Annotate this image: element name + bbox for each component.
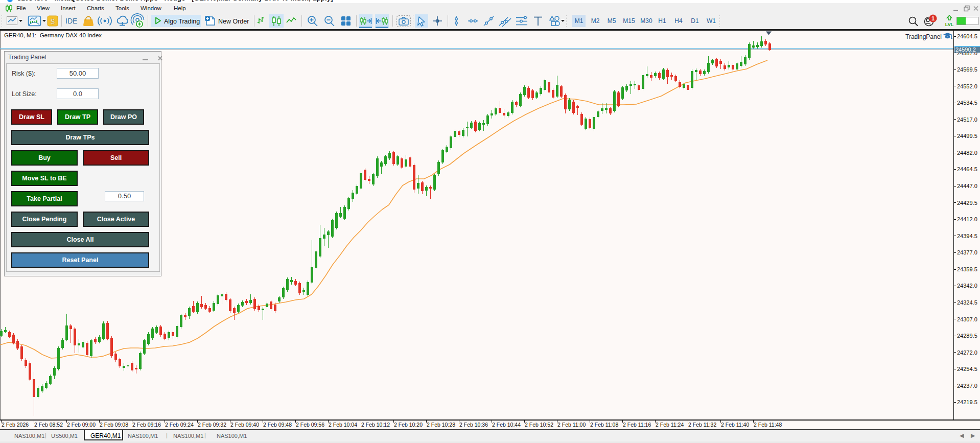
- svg-text:2 Feb 09:16: 2 Feb 09:16: [132, 422, 161, 428]
- svg-text:24377.0: 24377.0: [957, 249, 977, 255]
- svg-text:24464.5: 24464.5: [957, 166, 977, 172]
- svg-text:Algo Trading: Algo Trading: [164, 18, 200, 25]
- svg-text:2 Feb 2026: 2 Feb 2026: [2, 422, 29, 428]
- svg-text:2 Feb 09:00: 2 Feb 09:00: [67, 422, 96, 428]
- svg-text:2 Feb 11:40: 2 Feb 11:40: [721, 422, 749, 428]
- svg-text:2 Feb 11:48: 2 Feb 11:48: [754, 422, 782, 428]
- svg-text:24590.2: 24590.2: [955, 46, 976, 53]
- svg-text:24307.0: 24307.0: [957, 316, 977, 322]
- svg-text:24289.5: 24289.5: [957, 333, 977, 339]
- svg-text:24604.5: 24604.5: [957, 33, 977, 39]
- svg-text:24342.0: 24342.0: [957, 283, 977, 289]
- svg-text:2 Feb 09:48: 2 Feb 09:48: [263, 422, 292, 428]
- svg-text:2 Feb 10:52: 2 Feb 10:52: [525, 422, 553, 428]
- svg-text:24272.0: 24272.0: [957, 349, 977, 356]
- svg-text:2 Feb 10:36: 2 Feb 10:36: [459, 422, 488, 428]
- svg-text:1: 1: [931, 15, 935, 21]
- svg-text:2 Feb 11:16: 2 Feb 11:16: [623, 422, 651, 428]
- svg-text:24499.5: 24499.5: [957, 133, 977, 139]
- svg-text:24534.5: 24534.5: [957, 100, 977, 106]
- svg-text:2 Feb 08:52: 2 Feb 08:52: [34, 422, 63, 428]
- svg-text:24412.0: 24412.0: [957, 216, 977, 222]
- svg-text:TradingPanel: TradingPanel: [905, 33, 942, 40]
- svg-text:2 Feb 10:04: 2 Feb 10:04: [329, 422, 357, 428]
- svg-text:24219.5: 24219.5: [957, 399, 977, 405]
- svg-text:24254.5: 24254.5: [957, 366, 977, 372]
- svg-text:2 Feb 11:00: 2 Feb 11:00: [557, 422, 586, 428]
- svg-text:24359.5: 24359.5: [957, 266, 977, 272]
- svg-text:2 Feb 09:40: 2 Feb 09:40: [230, 422, 259, 428]
- svg-text:2 Feb 10:44: 2 Feb 10:44: [492, 422, 521, 428]
- svg-text:2 Feb 09:08: 2 Feb 09:08: [100, 422, 128, 428]
- svg-text:24552.0: 24552.0: [957, 83, 977, 89]
- svg-text:24237.0: 24237.0: [957, 383, 977, 389]
- svg-text:2 Feb 10:28: 2 Feb 10:28: [427, 422, 455, 428]
- svg-text:2 Feb 11:24: 2 Feb 11:24: [656, 422, 684, 428]
- svg-text:24517.0: 24517.0: [957, 116, 977, 123]
- svg-text:2 Feb 09:56: 2 Feb 09:56: [296, 422, 324, 428]
- svg-text:2 Feb 11:32: 2 Feb 11:32: [688, 422, 716, 428]
- svg-text:24429.5: 24429.5: [957, 200, 977, 206]
- svg-text:IDE: IDE: [65, 17, 77, 25]
- svg-text:24482.0: 24482.0: [957, 150, 977, 156]
- svg-text:New Order: New Order: [218, 18, 249, 25]
- svg-text:24447.0: 24447.0: [957, 183, 977, 189]
- svg-text:24324.5: 24324.5: [957, 299, 977, 306]
- svg-text:2 Feb 09:32: 2 Feb 09:32: [198, 422, 226, 428]
- svg-text:2 Feb 10:12: 2 Feb 10:12: [361, 422, 390, 428]
- svg-text:2 Feb 10:20: 2 Feb 10:20: [394, 422, 423, 428]
- svg-text:2 Feb 11:08: 2 Feb 11:08: [590, 422, 618, 428]
- svg-text:2 Feb 09:24: 2 Feb 09:24: [165, 422, 194, 428]
- svg-text:GER40, M1: Germany DAX 40 Ind: GER40, M1: Germany DAX 40 Index: [4, 32, 102, 38]
- svg-text:$: $: [51, 17, 55, 26]
- svg-text:24394.5: 24394.5: [957, 233, 977, 239]
- svg-text:24569.5: 24569.5: [957, 66, 977, 73]
- svg-text:LVL: LVL: [945, 22, 954, 27]
